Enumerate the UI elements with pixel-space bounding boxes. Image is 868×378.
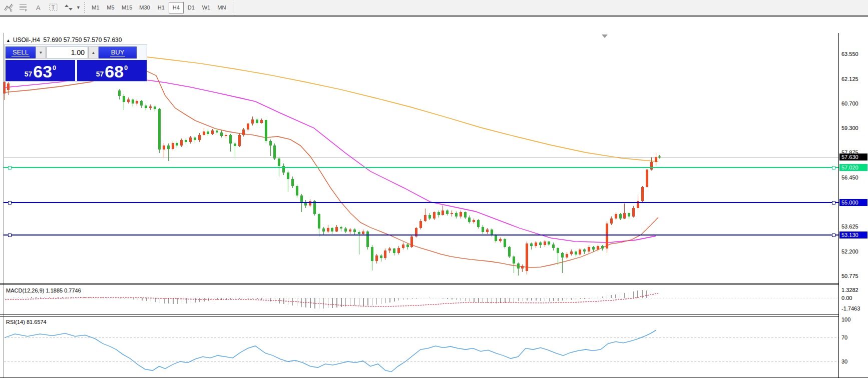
indicator-grid-icon[interactable]: F	[17, 2, 30, 14]
hline-55000-handle[interactable]	[832, 201, 835, 204]
text-label-icon[interactable]: A	[32, 2, 45, 14]
svg-text:E: E	[10, 8, 13, 12]
ohlc-values: 57.690 57.750 57.570 57.630	[44, 36, 122, 44]
price-tag-53.130: 53.130	[839, 232, 867, 238]
hline-57020-handle[interactable]	[832, 166, 835, 170]
price-axis[interactable]: 63.55062.12560.70059.30057.87556.45053.6…	[838, 33, 868, 378]
timeframe-button-m5[interactable]: M5	[103, 2, 118, 14]
buy-price-big: 68	[105, 64, 124, 80]
price-tick: -1.7463	[841, 306, 860, 312]
price-tick: 62.125	[841, 76, 858, 82]
timeframe-button-m15[interactable]: M15	[118, 2, 136, 14]
price-tag-55.000: 55.000	[839, 199, 867, 206]
macd-panel-bottom-border	[0, 314, 838, 315]
hline-55000[interactable]	[4, 202, 838, 203]
timeframe-button-h1[interactable]: H1	[154, 2, 169, 14]
timeframe-button-h4[interactable]: H4	[169, 2, 184, 14]
price-tick: 70	[841, 334, 847, 340]
buy-price-sup: 0	[124, 64, 128, 72]
svg-text:F: F	[25, 8, 27, 12]
chart-left-border	[3, 33, 4, 378]
price-tick: 60.700	[841, 100, 858, 106]
chart-shift-marker-icon[interactable]	[602, 34, 608, 38]
timeframe-button-d1[interactable]: D1	[184, 2, 199, 14]
price-tick: 100	[841, 316, 850, 322]
sell-button[interactable]: SELL	[6, 46, 36, 58]
sell-price-box[interactable]: 57 63 0	[6, 60, 75, 81]
symbol-period-label: USOil-,H4	[13, 36, 40, 44]
timeframe-button-mn[interactable]: MN	[214, 2, 229, 14]
hline-53130-handle[interactable]	[8, 234, 12, 237]
price-tick: 0.00	[841, 295, 852, 301]
hline-55000-handle[interactable]	[8, 201, 12, 204]
buy-price-prefix: 57	[96, 70, 104, 78]
price-tick: 50.775	[841, 273, 858, 279]
chart-window: ▲USOil-,H4 57.690 57.750 57.570 57.630 M…	[0, 16, 868, 378]
sell-price-big: 63	[33, 64, 52, 80]
price-tag-57.020: 57.020	[839, 164, 867, 171]
price-tag-57.630: 57.630	[839, 154, 867, 160]
rsi-label: RSI(14) 81.6574	[6, 319, 47, 325]
price-tick: 1.3282	[841, 287, 858, 293]
buy-button[interactable]: BUY	[99, 46, 137, 58]
rsi-panel-top-border	[0, 316, 838, 316]
chart-title: ▲USOil-,H4 57.690 57.750 57.570 57.630	[6, 36, 122, 44]
hline-57020[interactable]	[4, 167, 838, 168]
svg-text:A: A	[36, 4, 41, 12]
text-box-icon[interactable]: T	[47, 2, 60, 14]
hline-53130[interactable]	[4, 234, 838, 236]
objects-dropdown-caret[interactable]: ▼	[76, 5, 81, 10]
collapse-triangle-icon[interactable]: ▲	[6, 38, 11, 43]
timeframe-button-m30[interactable]: M30	[136, 2, 153, 14]
svg-text:T: T	[52, 5, 55, 10]
volume-input[interactable]	[46, 46, 88, 58]
main-panel-bottom-border	[0, 283, 838, 284]
toolbar-separator	[84, 2, 85, 13]
volume-increase-button[interactable]: ▲	[88, 46, 99, 58]
macd-panel-top-border	[0, 284, 838, 285]
price-tick: 52.200	[841, 248, 858, 254]
expert-advisor-icon[interactable]: E	[2, 2, 15, 14]
hline-53130-handle[interactable]	[832, 234, 835, 237]
timeframe-button-w1[interactable]: W1	[199, 2, 214, 14]
timeframe-bar: M1M5M15M30H1H4D1W1MN	[88, 2, 229, 14]
hline-57020-handle[interactable]	[8, 166, 12, 170]
toolbar-separator-2	[233, 2, 233, 13]
price-tick: 56.450	[841, 174, 858, 180]
macd-label: MACD(12,26,9) 1.1885 0.7746	[6, 288, 81, 294]
arrange-objects-icon[interactable]	[62, 2, 75, 14]
volume-decrease-button[interactable]: ▼	[36, 46, 46, 58]
one-click-trading-panel: SELL ▼ ▲ BUY 57 63 0 57 68 0	[4, 44, 147, 82]
toolbar: E F A T ▼ M1M5M15M30H1H4D1W1MN	[0, 0, 868, 16]
sell-price-sup: 0	[53, 64, 56, 72]
sell-price-prefix: 57	[25, 70, 33, 78]
price-tick: 59.300	[841, 125, 858, 131]
timeframe-button-m1[interactable]: M1	[88, 2, 103, 14]
price-tick: 30	[841, 358, 847, 364]
price-tick: 53.625	[841, 224, 858, 230]
price-tick: 63.550	[841, 51, 858, 57]
buy-price-box[interactable]: 57 68 0	[77, 60, 147, 81]
